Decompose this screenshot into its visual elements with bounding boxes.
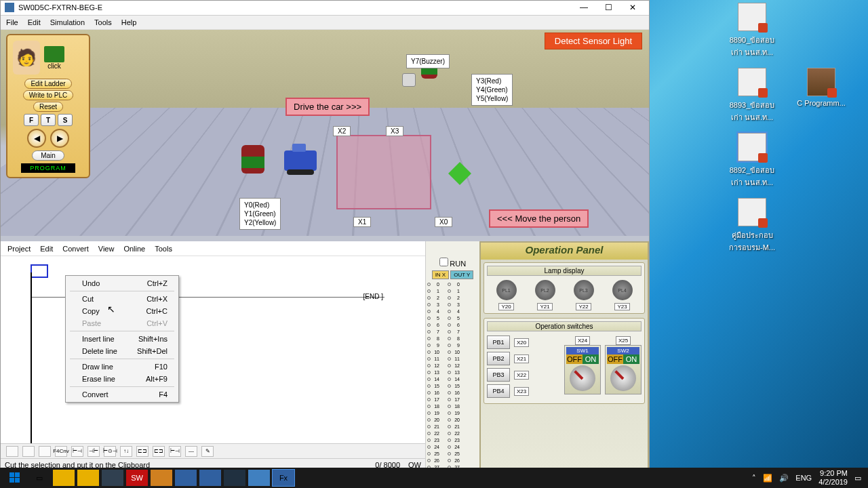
toolbar-btn-3[interactable]: F4Cnv [55,446,67,457]
svg-rect-3 [15,478,20,483]
edit-ladder-button[interactable]: Edit Ladder [24,79,71,89]
pb3[interactable]: PB3 [487,368,510,382]
ctx-copy[interactable]: CopyCtrl+C [66,305,178,317]
inx-header: IN X [432,270,450,279]
tray-volume-icon[interactable]: 🔊 [779,474,789,483]
x3-tag: X3 [386,126,403,136]
ctx-delete-line[interactable]: Delete lineShift+Del [66,345,178,357]
menu-edit2[interactable]: Edit [40,245,53,253]
taskview-button[interactable]: ▭ [28,470,50,486]
taskbar-app-8[interactable] [224,470,245,486]
t-button[interactable]: T [41,114,56,126]
next-button[interactable]: ▶ [50,129,69,148]
write-plc-button[interactable]: Write to PLC [23,90,74,100]
ctx-convert[interactable]: ConvertF4 [66,388,178,401]
pb1[interactable]: PB1 [487,336,510,349]
desktop-file-2[interactable]: 8893_ข้อสอบเก่า นนส.ท... [726,68,778,123]
menu-help[interactable]: Help [121,18,137,26]
ladder-cursor-cell[interactable] [31,264,48,278]
menu-tools2[interactable]: Tools [155,245,172,253]
app-window: SW0D5C-FXTRN-BEG-E — ☐ ✕ File Edit Simul… [0,0,650,471]
move-hint: <<< Move the person [489,209,589,228]
toolbar-btn-0[interactable] [6,446,18,457]
taskbar-app-active[interactable]: Fx [273,470,294,486]
menu-view[interactable]: View [98,245,115,253]
tray-notifications-icon[interactable]: ▭ [854,474,861,483]
toolbar-btn-7[interactable]: ↑↓ [120,446,132,457]
f-button[interactable]: F [24,114,39,126]
s-button[interactable]: S [58,114,73,126]
toolbar-btn-10[interactable]: ⊢⊣ [169,446,181,457]
start-button[interactable] [4,470,26,486]
buzzer-label: Y7(Buzzer) [406,54,450,68]
ctx-cut[interactable]: CutCtrl+X [66,293,178,305]
taskbar-app-7[interactable] [199,470,221,486]
x1-tag: X1 [353,217,371,227]
ladder-canvas[interactable]: [END ] UndoCtrl+ZCutCtrl+XCopyCtrl+CPast… [1,256,425,443]
x0-tag: X0 [435,217,452,227]
lamp-1: PL1 [496,280,517,300]
tray-clock[interactable]: 9:20 PM4/2/2019 [818,469,848,487]
ladder-end: [END ] [363,293,383,300]
toolbar-btn-2[interactable] [39,446,51,457]
menu-convert[interactable]: Convert [62,245,89,253]
toolbar-btn-8[interactable]: ⊏⊐ [136,446,149,457]
toolbar-btn-11[interactable]: — [185,446,197,457]
ctx-draw-line[interactable]: Draw lineF10 [66,361,178,373]
desktop-icons: 8890_ข้อสอบเก่า นนส.ท... 8893_ข้อสอบเก่า… [726,3,861,253]
reset-button[interactable]: Reset [33,102,63,112]
run-checkbox[interactable] [439,258,448,266]
desktop-file-4[interactable]: 8892_ข้อสอบเก่า นนส.ท... [726,133,778,188]
titlebar[interactable]: SW0D5C-FXTRN-BEG-E — ☐ ✕ [1,1,649,16]
car-object [284,150,317,171]
close-button[interactable]: ✕ [620,1,645,14]
taskbar-app-6[interactable] [175,470,197,486]
ctx-paste: PasteCtrl+V [66,317,178,329]
app-icon [5,3,14,12]
taskbar-app-9[interactable] [248,470,270,486]
operation-panel: Operation Panel Lamp display PL1 PL2 PL3… [479,241,649,470]
window-title: SW0D5C-FXTRN-BEG-E [18,3,572,12]
lamp-3: PL3 [574,280,594,300]
menu-simulation[interactable]: Simulation [50,18,85,26]
pb4[interactable]: PB4 [487,384,510,398]
taskbar-app-4[interactable]: SW [126,470,148,486]
ctx-erase-line[interactable]: Erase lineAlt+F9 [66,373,178,385]
sw2[interactable]: SW2 OFFON [605,345,642,394]
taskbar-app-1[interactable] [53,470,75,486]
desktop-file-3[interactable]: C Programm... [795,68,848,123]
toolbar-btn-5[interactable]: ⊣⊢ [87,446,100,457]
desktop-file-1[interactable]: 8890_ข้อสอบเก่า นนส.ท... [726,3,778,58]
left-lights-label: Y0(Red) Y1(Green) Y2(Yellow) [239,198,281,230]
io-panel: RUN IN X OUT Y 0011223344556677889910101… [425,241,479,470]
menu-project[interactable]: Project [7,245,31,253]
main-button[interactable]: Main [32,150,64,161]
prev-button[interactable]: ◀ [27,129,46,148]
ctx-insert-line[interactable]: Insert lineShift+Ins [66,333,178,345]
book-icon[interactable] [44,46,64,62]
taskbar-app-2[interactable] [77,470,99,486]
menu-edit[interactable]: Edit [28,18,41,26]
menu-file[interactable]: File [6,18,18,26]
tray-network-icon[interactable]: 📶 [763,474,772,483]
taskbar-app-5[interactable] [151,470,172,486]
maximize-button[interactable]: ☐ [596,1,620,14]
desktop-file-5[interactable]: คู่มือประกอบการอบรม-M... [726,198,778,253]
toolbar-btn-4[interactable]: ⊢⊣ [71,446,83,457]
toolbar-btn-1[interactable] [22,446,35,457]
toolbar-btn-6[interactable]: ⊢⊙⊣ [104,446,116,457]
taskbar-app-3[interactable] [102,470,123,486]
toolbar-btn-9[interactable]: ⊏⊐ [153,446,165,457]
right-lights-label: Y3(Red) Y4(Green) Y5(Yellow) [471,74,513,106]
avatar-icon: 🧑 [13,41,40,75]
menu-online[interactable]: Online [123,245,145,253]
minimize-button[interactable]: — [572,1,596,14]
menu-tools[interactable]: Tools [94,18,112,26]
tray-chevron-icon[interactable]: ˄ [752,474,756,483]
op-panel-title: Operation Panel [481,243,648,260]
toolbar-btn-12[interactable]: ✎ [201,446,214,457]
ctx-undo[interactable]: UndoCtrl+Z [66,277,178,289]
tray-lang[interactable]: ENG [795,474,812,482]
pb2[interactable]: PB2 [487,352,510,365]
sw1[interactable]: SW1 OFFON [564,345,601,394]
